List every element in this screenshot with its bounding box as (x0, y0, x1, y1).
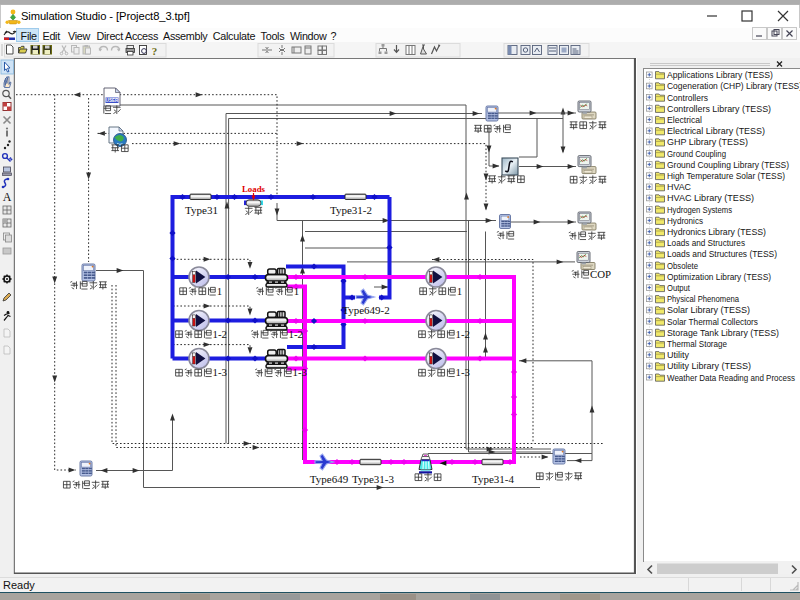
svg-text:Loads and Structures: Loads and Structures (667, 237, 745, 248)
svg-text:COP: COP (590, 268, 611, 280)
svg-text:Type31-3: Type31-3 (352, 473, 394, 485)
svg-text:Ground Coupling Library (TESS): Ground Coupling Library (TESS) (667, 159, 789, 170)
svg-text:HVAC Library (TESS): HVAC Library (TESS) (667, 192, 754, 203)
svg-text:Hydronics: Hydronics (667, 215, 703, 226)
svg-text:Physical Phenomena: Physical Phenomena (667, 293, 740, 304)
svg-text:1: 1 (294, 285, 299, 297)
svg-text:1-3: 1-3 (213, 366, 227, 378)
svg-text:Cogeneration (CHP) Library (TE: Cogeneration (CHP) Library (TESS) (667, 80, 800, 91)
svg-text:Storage Tank Library (TESS): Storage Tank Library (TESS) (667, 327, 779, 338)
svg-text:Type31: Type31 (185, 204, 218, 216)
svg-text:GHP Library (TESS): GHP Library (TESS) (667, 136, 748, 147)
svg-text:?: ? (152, 45, 158, 57)
svg-text:Loads and Structures (TESS): Loads and Structures (TESS) (667, 248, 777, 259)
svg-text:Hydronics Library (TESS): Hydronics Library (TESS) (667, 226, 766, 237)
svg-text:Utility: Utility (667, 349, 689, 360)
svg-text:Type31-2: Type31-2 (330, 204, 372, 216)
svg-text:Hydrogen Systems: Hydrogen Systems (667, 204, 732, 215)
svg-text:Electrical Library (TESS): Electrical Library (TESS) (667, 125, 765, 136)
svg-text:1-3: 1-3 (456, 366, 470, 378)
svg-text:Solar Library (TESS): Solar Library (TESS) (667, 304, 750, 315)
svg-text:Optimization Library (TESS): Optimization Library (TESS) (667, 271, 771, 282)
svg-text:1-3: 1-3 (293, 366, 307, 378)
svg-text:Type649: Type649 (310, 473, 349, 485)
svg-text:1-2: 1-2 (456, 328, 470, 340)
svg-text:Ground Coupling: Ground Coupling (667, 148, 726, 159)
svg-text:1: 1 (457, 285, 462, 297)
svg-text:Type649-2: Type649-2 (342, 304, 390, 316)
svg-text:Weather Data Reading and Proce: Weather Data Reading and Process (667, 372, 795, 383)
svg-text:Loads: Loads (242, 184, 266, 194)
svg-text:1-2: 1-2 (213, 328, 227, 340)
svg-text:Obsolete: Obsolete (667, 260, 698, 271)
svg-text:Controllers: Controllers (667, 92, 708, 103)
svg-text:Utility Library (TESS): Utility Library (TESS) (667, 360, 751, 371)
svg-text:Solar Thermal Collectors: Solar Thermal Collectors (667, 316, 758, 327)
svg-text:Applications Library (TESS): Applications Library (TESS) (667, 69, 773, 80)
svg-text:Type31-4: Type31-4 (472, 473, 514, 485)
svg-text:1: 1 (217, 285, 222, 297)
svg-text:Output: Output (667, 282, 690, 293)
svg-text:Thermal Storage: Thermal Storage (667, 338, 727, 349)
svg-text:USER: USER (106, 98, 119, 103)
svg-text:Controllers Library (TESS): Controllers Library (TESS) (667, 103, 771, 114)
svg-text:Electrical: Electrical (667, 114, 702, 125)
svg-text:A: A (3, 190, 12, 204)
svg-text:High Temperature Solar (TESS): High Temperature Solar (TESS) (667, 170, 785, 181)
svg-text:HVAC: HVAC (667, 181, 691, 192)
svg-text:1-2: 1-2 (289, 328, 303, 340)
